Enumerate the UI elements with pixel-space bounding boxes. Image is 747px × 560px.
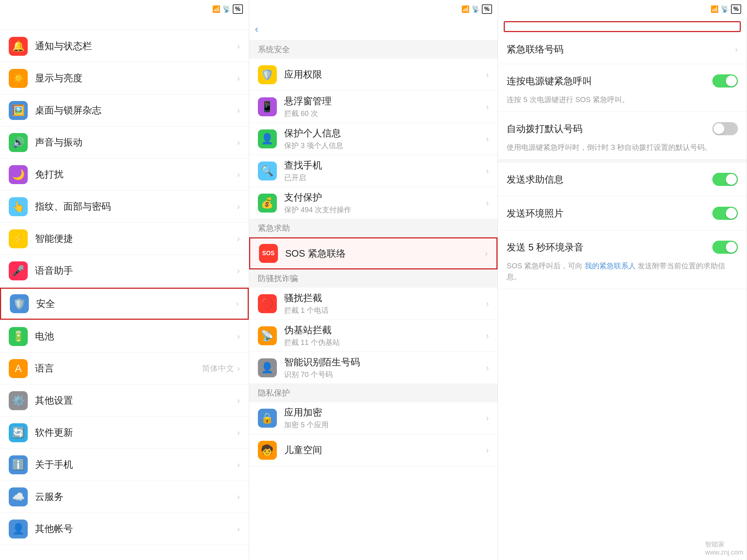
settings-item-cloud[interactable]: ☁️云服务› [0, 481, 249, 513]
security-item-find-phone[interactable]: 🔍查找手机已开启› [249, 155, 498, 187]
item-icon-smart: ⚡ [9, 229, 28, 248]
item-subtitle-app-encrypt: 加密 5 个应用 [284, 420, 486, 430]
status-bar-panel-2: 📶 📡 % [249, 0, 498, 18]
security-item-pay-protect[interactable]: 💰支付保护保护 494 次支付操作› [249, 187, 498, 219]
toggle-auto-dial[interactable] [712, 122, 738, 135]
toggle-send-photo[interactable] [712, 207, 738, 220]
item-subtitle-harassment-block: 拦截 1 个电话 [284, 306, 486, 315]
security-item-kids-space[interactable]: 🧒儿童空间› [249, 434, 498, 466]
security-list: 系统安全🛡️应用权限›📱悬浮窗管理拦截 60 次›👤保护个人信息保护 3 项个人… [249, 40, 498, 560]
sos-item-desc-send-audio: SOS 紧急呼叫后，可向 我的紧急联系人 发送附带当前位置的求助信息。 [507, 260, 738, 282]
item-title-security: 安全 [36, 298, 236, 310]
item-icon-harassment-block: 🚫 [258, 294, 277, 313]
sos-panel: 紧急联络号码›连按电源键紧急呼叫连按 5 次电源键进行 SOS 紧急呼叫。自动拨… [498, 18, 747, 560]
section-header-紧急求助: 紧急求助 [249, 219, 498, 237]
settings-item-language[interactable]: A语言简体中文› [0, 353, 249, 385]
item-icon-dnd: 🌙 [9, 165, 28, 184]
item-icon-base-station: 📡 [258, 326, 277, 345]
chevron-icon-security: › [236, 299, 239, 309]
item-right-smart: › [237, 234, 240, 244]
wifi-icon-2: 📡 [472, 5, 480, 13]
sos-item-title-send-audio: 发送 5 秒环境录音 [507, 241, 712, 254]
status-icons-2: 📶 📡 % [461, 4, 492, 14]
status-bar-panel-3: 📶 📡 % [498, 0, 747, 18]
security-item-protect-info[interactable]: 👤保护个人信息保护 3 项个人信息› [249, 123, 498, 155]
settings-item-display[interactable]: ☀️显示与亮度› [0, 62, 249, 94]
chevron-icon-find-phone: › [486, 166, 489, 176]
item-title-about: 关于手机 [35, 458, 237, 471]
settings-item-desktop[interactable]: 🖼️桌面与锁屏杂志› [0, 94, 249, 127]
settings-item-voice[interactable]: 🎤语音助手› [0, 255, 249, 287]
section-header-隐私保护: 隐私保护 [249, 384, 498, 402]
chevron-icon-app-permissions: › [486, 70, 489, 80]
item-icon-display: ☀️ [9, 69, 28, 88]
item-subtitle-find-phone: 已开启 [284, 173, 486, 183]
security-item-sos-contact[interactable]: SOSSOS 紧急联络› [249, 237, 498, 269]
wifi-icon-3: 📡 [721, 5, 729, 13]
security-item-app-encrypt[interactable]: 🔒应用加密加密 5 个应用› [249, 402, 498, 434]
security-item-app-permissions[interactable]: 🛡️应用权限› [249, 59, 498, 91]
settings-item-battery[interactable]: 🔋电池› [0, 320, 249, 353]
security-item-stranger-id[interactable]: 👤智能识别陌生号码识别 70 个号码› [249, 352, 498, 384]
item-right-kids-space: › [486, 445, 489, 455]
sos-item-desc-power-key-sos: 连按 5 次电源键进行 SOS 紧急呼叫。 [507, 94, 738, 105]
sos-item-emergency-contact-number[interactable]: 紧急联络号码› [498, 35, 747, 64]
item-subtitle-base-station: 拦截 11 个伪基站 [284, 338, 486, 347]
item-title-notifications: 通知与状态栏 [35, 40, 237, 52]
chevron-icon-other: › [237, 396, 240, 406]
battery-1: % [233, 4, 243, 14]
sos-item-send-photo[interactable]: 发送环境照片 [498, 197, 747, 230]
settings-panel: 🔔通知与状态栏›☀️显示与亮度›🖼️桌面与锁屏杂志›🔊声音与振动›🌙免打扰›👆指… [0, 18, 249, 560]
settings-item-about[interactable]: ℹ️关于手机› [0, 449, 249, 481]
toggle-send-audio[interactable] [712, 241, 738, 254]
item-icon-pay-protect: 💰 [258, 194, 277, 213]
settings-item-account[interactable]: 👤其他帐号› [0, 513, 249, 545]
item-right-updates: › [237, 428, 240, 438]
item-title-app-encrypt: 应用加密 [284, 406, 486, 419]
item-right-app-permissions: › [486, 70, 489, 80]
item-icon-protect-info: 👤 [258, 129, 277, 148]
security-header[interactable]: ‹ [249, 18, 498, 40]
item-right-dnd: › [237, 170, 240, 180]
security-item-harassment-block[interactable]: 🚫骚扰拦截拦截 1 个电话› [249, 288, 498, 320]
settings-item-updates[interactable]: 🔄软件更新› [0, 417, 249, 449]
settings-item-notifications[interactable]: 🔔通知与状态栏› [0, 30, 249, 62]
chevron-icon-kids-space: › [486, 445, 489, 455]
chevron-icon-about: › [237, 460, 240, 470]
signal-icon-3: 📶 [711, 5, 719, 13]
item-title-language: 语言 [35, 362, 202, 375]
settings-item-dnd[interactable]: 🌙免打扰› [0, 159, 249, 191]
settings-header [0, 18, 249, 30]
chevron-icon-notifications: › [237, 41, 240, 51]
settings-item-fingerprint[interactable]: 👆指纹、面部与密码› [0, 191, 249, 223]
chevron-icon-float-window: › [486, 102, 489, 112]
sos-item-send-audio[interactable]: 发送 5 秒环境录音SOS 紧急呼叫后，可向 我的紧急联系人 发送附带当前位置的… [498, 230, 747, 289]
item-title-sound: 声音与振动 [35, 136, 237, 149]
item-icon-security: 🛡️ [10, 294, 29, 313]
item-icon-sos-contact: SOS [259, 244, 278, 263]
settings-item-smart[interactable]: ⚡智能便捷› [0, 223, 249, 255]
item-icon-fingerprint: 👆 [9, 197, 28, 216]
item-title-desktop: 桌面与锁屏杂志 [35, 104, 237, 117]
security-item-base-station[interactable]: 📡伪基站拦截拦截 11 个伪基站› [249, 320, 498, 352]
item-title-voice: 语音助手 [35, 264, 237, 277]
sos-item-power-key-sos[interactable]: 连按电源键紧急呼叫连按 5 次电源键进行 SOS 紧急呼叫。 [498, 64, 747, 112]
settings-item-sound[interactable]: 🔊声音与振动› [0, 127, 249, 159]
security-item-float-window[interactable]: 📱悬浮窗管理拦截 60 次› [249, 91, 498, 123]
back-button[interactable]: ‹ [255, 23, 492, 35]
chevron-icon-fingerprint: › [237, 202, 240, 212]
toggle-send-help[interactable] [712, 173, 738, 186]
sos-link-send-audio[interactable]: 我的紧急联系人 [585, 262, 636, 270]
sos-item-send-help[interactable]: 发送求助信息 [498, 163, 747, 197]
sos-item-auto-dial[interactable]: 自动拨打默认号码使用电源键紧急呼叫时，倒计时 3 秒自动拨打设置的默认号码。 [498, 112, 747, 160]
item-title-account: 其他帐号 [35, 522, 237, 535]
watermark: 智能家www.znj.com [705, 540, 743, 556]
status-icons-1: 📶 📡 % [212, 4, 243, 14]
item-icon-desktop: 🖼️ [9, 101, 28, 120]
settings-item-security[interactable]: 🛡️安全› [0, 288, 249, 320]
settings-item-other[interactable]: ⚙️其他设置› [0, 385, 249, 417]
chevron-icon-language: › [237, 363, 240, 374]
sos-item-title-power-key-sos: 连按电源键紧急呼叫 [507, 75, 712, 88]
toggle-power-key-sos[interactable] [712, 74, 738, 88]
item-title-kids-space: 儿童空间 [284, 444, 486, 456]
